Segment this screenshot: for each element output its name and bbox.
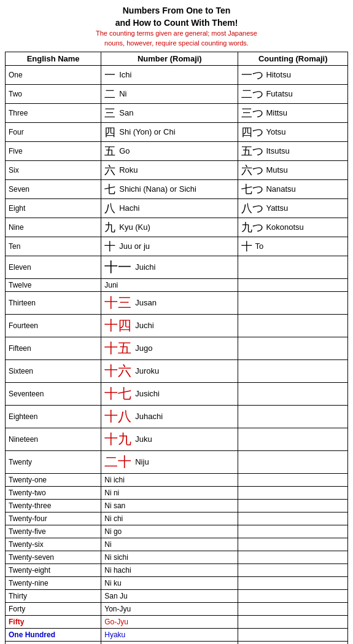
counting-cell — [238, 278, 348, 291]
english-cell: Twenty-five — [6, 525, 101, 538]
number-cell: Hyaku — [101, 628, 238, 641]
english-cell: Nineteen — [6, 428, 101, 450]
table-row: One ThousandSen — [6, 641, 348, 644]
table-row: Twenty-fiveNi go — [6, 525, 348, 538]
english-cell: Fourteen — [6, 314, 101, 337]
page-wrapper: Numbers From One to Ten and How to Count… — [0, 0, 353, 644]
counting-cell — [238, 576, 348, 589]
table-row: Fourteen十四Juchi — [6, 314, 348, 337]
counting-cell: 四つYotsu — [238, 122, 348, 141]
table-row: Sixteen十六Juroku — [6, 359, 348, 382]
counting-cell: 九つKokonotsu — [238, 218, 348, 237]
table-row: Twenty-sixNi — [6, 538, 348, 551]
english-cell: Two — [6, 84, 101, 103]
counting-cell: 五つItsutsu — [238, 141, 348, 160]
table-row: Eleven十一Juichi — [6, 256, 348, 278]
number-cell: Ni go — [101, 525, 238, 538]
english-cell: Twenty-two — [6, 486, 101, 499]
number-cell: 三San — [101, 103, 238, 122]
counting-cell — [238, 499, 348, 512]
english-cell: Three — [6, 103, 101, 122]
english-cell: Seven — [6, 179, 101, 198]
english-cell: Eight — [6, 198, 101, 218]
counting-cell: 八つYattsu — [238, 198, 348, 218]
col-header-counting: Counting (Romaji) — [238, 52, 348, 65]
number-cell: Ni hachi — [101, 564, 238, 576]
counting-cell — [238, 641, 348, 644]
col-header-english: English Name — [6, 52, 101, 65]
table-row: One一Ichi一つHitotsu — [6, 65, 348, 84]
table-row: Twenty-oneNi ichi — [6, 473, 348, 486]
number-cell: 十Juu or ju — [101, 237, 238, 256]
counting-cell — [238, 405, 348, 428]
english-cell: Twenty-nine — [6, 576, 101, 589]
english-cell: Eighteen — [6, 405, 101, 428]
table-row: ThirtySan Ju — [6, 589, 348, 602]
number-cell: 十八Juhachi — [101, 405, 238, 428]
number-cell: 十七Jusichi — [101, 382, 238, 405]
subtitle: The counting terms given are general; mo… — [5, 29, 348, 48]
number-cell: Ni ku — [101, 576, 238, 589]
english-cell: Thirty — [6, 589, 101, 602]
table-row: FortyYon-Jyu — [6, 602, 348, 615]
english-cell: Twenty — [6, 450, 101, 473]
counting-cell: 一つHitotsu — [238, 65, 348, 84]
table-row: Thirteen十三Jusan — [6, 291, 348, 314]
counting-cell: 七つNanatsu — [238, 179, 348, 198]
counting-cell — [238, 473, 348, 486]
number-cell: Ni ni — [101, 486, 238, 499]
table-row: Nineteen十九Juku — [6, 428, 348, 450]
number-cell: 十一Juichi — [101, 256, 238, 278]
table-row: Twenty-fourNi chi — [6, 512, 348, 525]
counting-cell — [238, 551, 348, 564]
counting-cell — [238, 628, 348, 641]
counting-cell — [238, 564, 348, 576]
table-row: Twenty-eightNi hachi — [6, 564, 348, 576]
number-cell: 四Shi (Yon) or Chi — [101, 122, 238, 141]
english-cell: Twenty-one — [6, 473, 101, 486]
counting-cell — [238, 538, 348, 551]
number-cell: Sen — [101, 641, 238, 644]
number-cell: Yon-Jyu — [101, 602, 238, 615]
table-row: Three三San三つMittsu — [6, 103, 348, 122]
table-row: Eight八Hachi八つYattsu — [6, 198, 348, 218]
number-cell: 十三Jusan — [101, 291, 238, 314]
number-cell: Juni — [101, 278, 238, 291]
english-cell: One — [6, 65, 101, 84]
english-cell: Eleven — [6, 256, 101, 278]
counting-cell — [238, 428, 348, 450]
english-cell: Fifty — [6, 615, 101, 628]
counting-cell: 二つFutatsu — [238, 84, 348, 103]
number-cell: Go-Jyu — [101, 615, 238, 628]
counting-cell — [238, 337, 348, 359]
english-cell: Nine — [6, 218, 101, 237]
english-cell: Six — [6, 160, 101, 179]
number-cell: 二Ni — [101, 84, 238, 103]
counting-cell: 六つMutsu — [238, 160, 348, 179]
english-cell: Thirteen — [6, 291, 101, 314]
counting-cell — [238, 589, 348, 602]
table-row: Four四Shi (Yon) or Chi四つYotsu — [6, 122, 348, 141]
counting-cell: 十To — [238, 237, 348, 256]
counting-cell — [238, 486, 348, 499]
col-header-number: Number (Romaji) — [101, 52, 238, 65]
counting-cell — [238, 314, 348, 337]
counting-cell — [238, 291, 348, 314]
table-row: Twenty-sevenNi sichi — [6, 551, 348, 564]
number-cell: 十六Juroku — [101, 359, 238, 382]
counting-cell — [238, 512, 348, 525]
number-cell: San Ju — [101, 589, 238, 602]
english-cell: Seventeen — [6, 382, 101, 405]
number-cell: 六Roku — [101, 160, 238, 179]
english-cell: Twenty-four — [6, 512, 101, 525]
english-cell: Twenty-eight — [6, 564, 101, 576]
main-title: Numbers From One to Ten and How to Count… — [5, 5, 348, 29]
table-row: Eighteen十八Juhachi — [6, 405, 348, 428]
counting-cell — [238, 256, 348, 278]
table-row: One HundredHyaku — [6, 628, 348, 641]
table-row: Twenty二十Niju — [6, 450, 348, 473]
title-section: Numbers From One to Ten and How to Count… — [5, 5, 348, 48]
english-cell: Ten — [6, 237, 101, 256]
english-cell: Four — [6, 122, 101, 141]
number-cell: 八Hachi — [101, 198, 238, 218]
